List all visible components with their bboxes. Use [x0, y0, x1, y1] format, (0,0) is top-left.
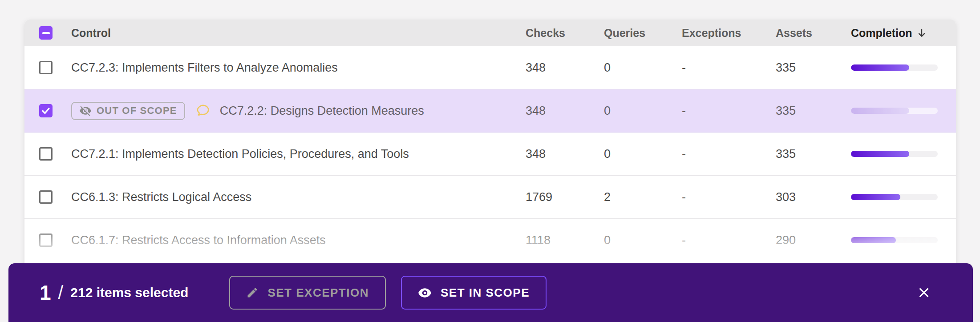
- queries-value: 0: [604, 147, 611, 161]
- exceptions-value: -: [682, 61, 686, 74]
- checks-value: 348: [526, 61, 546, 74]
- control-name: CC7.2.1: Implements Detection Policies, …: [71, 147, 409, 161]
- column-header-checks[interactable]: Checks: [526, 27, 565, 39]
- set-exception-button[interactable]: SET EXCEPTION: [229, 276, 386, 310]
- column-header-completion[interactable]: Completion: [851, 27, 927, 40]
- queries-value: 0: [604, 61, 611, 74]
- assets-value: 303: [776, 190, 796, 204]
- table-row[interactable]: CC7.2.1: Implements Detection Policies, …: [24, 133, 956, 176]
- column-header-control[interactable]: Control: [71, 27, 111, 40]
- row-checkbox[interactable]: [39, 233, 53, 247]
- control-name: CC7.2.2: Designs Detection Measures: [220, 104, 424, 118]
- control-name: CC6.1.3: Restricts Logical Access: [71, 190, 251, 204]
- control-name: CC6.1.7: Restricts Access to Information…: [71, 233, 326, 247]
- checks-value: 348: [526, 147, 546, 161]
- selection-total-label: 212 items selected: [70, 285, 188, 300]
- row-checkbox[interactable]: [39, 147, 53, 161]
- row-checkbox[interactable]: [39, 61, 53, 74]
- completion-progress-bar: [851, 237, 938, 243]
- exceptions-value: -: [682, 190, 686, 204]
- pencil-icon: [246, 286, 259, 299]
- selection-summary: 1 / 212 items selected: [40, 281, 188, 305]
- column-header-assets[interactable]: Assets: [776, 27, 812, 39]
- checks-value: 1118: [526, 233, 551, 247]
- assets-value: 335: [776, 147, 796, 161]
- table-row[interactable]: CC7.2.3: Implements Filters to Analyze A…: [24, 46, 956, 89]
- checks-value: 1769: [526, 190, 552, 204]
- bulk-action-bar: 1 / 212 items selected SET EXCEPTION SET…: [8, 263, 973, 322]
- exceptions-value: -: [682, 233, 686, 247]
- row-checkbox[interactable]: [39, 190, 53, 204]
- queries-value: 0: [604, 233, 611, 247]
- comment-bubble-icon[interactable]: [195, 103, 210, 118]
- row-checkbox-checked[interactable]: [39, 104, 53, 117]
- assets-value: 335: [776, 61, 796, 74]
- control-name: CC7.2.3: Implements Filters to Analyze A…: [71, 61, 338, 75]
- completion-progress-bar: [851, 151, 938, 157]
- eye-icon: [418, 286, 432, 300]
- close-icon: [916, 285, 932, 301]
- assets-value: 290: [776, 233, 796, 247]
- exceptions-value: -: [682, 104, 686, 117]
- column-header-queries[interactable]: Queries: [604, 27, 645, 39]
- queries-value: 0: [604, 104, 611, 117]
- eye-off-icon: [79, 105, 92, 117]
- checks-value: 348: [526, 104, 546, 117]
- column-header-exceptions[interactable]: Exceptions: [682, 27, 741, 39]
- sort-descending-icon: [916, 27, 927, 39]
- completion-progress-bar: [851, 108, 938, 114]
- table-row[interactable]: CC6.1.7: Restricts Access to Information…: [24, 219, 956, 262]
- selection-separator: /: [58, 282, 64, 303]
- action-buttons: SET EXCEPTION SET IN SCOPE: [229, 276, 547, 310]
- out-of-scope-badge: OUT OF SCOPE: [71, 102, 185, 120]
- table-row-selected[interactable]: OUT OF SCOPE CC7.2.2: Designs Detection …: [24, 89, 956, 133]
- select-all-checkbox[interactable]: [39, 26, 53, 40]
- completion-progress-bar: [851, 64, 938, 71]
- table-row[interactable]: CC6.1.3: Restricts Logical Access 1769 2…: [24, 176, 956, 219]
- completion-progress-bar: [851, 194, 938, 200]
- set-in-scope-button[interactable]: SET IN SCOPE: [401, 276, 547, 310]
- indeterminate-icon: [42, 32, 50, 34]
- controls-page: Control Checks Queries Exceptions Assets…: [0, 0, 980, 322]
- check-icon: [41, 106, 51, 116]
- close-action-bar-button[interactable]: [914, 283, 934, 302]
- selected-count: 1: [40, 281, 51, 305]
- exceptions-value: -: [682, 147, 686, 161]
- out-of-scope-label: OUT OF SCOPE: [97, 105, 177, 117]
- table-header-row: Control Checks Queries Exceptions Assets…: [24, 20, 956, 46]
- assets-value: 335: [776, 104, 796, 117]
- queries-value: 2: [604, 190, 611, 204]
